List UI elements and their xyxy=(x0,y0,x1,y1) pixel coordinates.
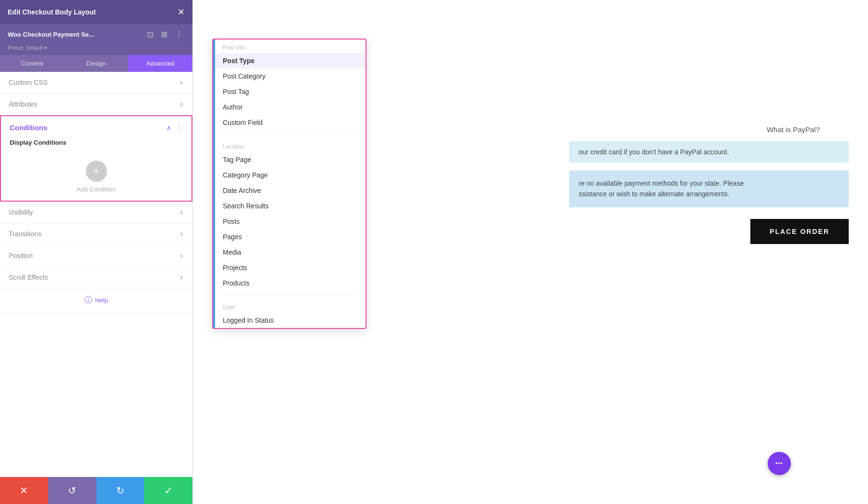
visibility-label: Visibility xyxy=(9,208,33,216)
tab-content[interactable]: Content xyxy=(0,55,64,72)
transitions-section[interactable]: Transitions ∨ xyxy=(0,223,192,245)
custom-css-chevron: ∨ xyxy=(179,79,184,86)
user-category: User xyxy=(213,299,366,313)
scroll-effects-section[interactable]: Scroll Effects ∨ xyxy=(0,267,192,288)
location-category: Location xyxy=(213,138,366,152)
dots-icon: ••• xyxy=(775,460,783,467)
dropdown-item-pages[interactable]: Pages xyxy=(213,229,366,245)
conditions-more-icon[interactable]: ⋮ xyxy=(175,123,183,132)
dropdown-item-post-type[interactable]: Post Type xyxy=(213,53,366,68)
grid-icon: ⊞ xyxy=(161,30,167,39)
transitions-label: Transitions xyxy=(9,230,41,238)
panel-subheader: Woo Checkout Payment Se... ⊡ ⊞ ⋮ xyxy=(0,24,192,45)
position-chevron: ∨ xyxy=(179,252,184,259)
panel-title: Edit Checkout Body Layout xyxy=(8,8,96,16)
grid-icon-btn[interactable]: ⊞ xyxy=(159,29,169,40)
visibility-section[interactable]: Visibility ∨ xyxy=(0,202,192,223)
conditions-header: Conditions ∧ ⋮ xyxy=(1,116,191,137)
scroll-effects-label: Scroll Effects xyxy=(9,273,48,281)
dropdown-item-posts[interactable]: Posts xyxy=(213,214,366,229)
help-label: Help xyxy=(95,297,108,304)
redo-icon: ↻ xyxy=(116,485,124,496)
save-button[interactable]: ✓ xyxy=(144,477,192,504)
warning-box: re no available payment methods for your… xyxy=(569,170,849,207)
add-condition-text: Add Condition xyxy=(77,186,116,193)
custom-css-section[interactable]: Custom CSS ∨ xyxy=(0,72,192,94)
attributes-section[interactable]: Attributes ∨ xyxy=(0,94,192,115)
close-button[interactable]: ✕ xyxy=(177,7,185,17)
preset-label: Preset: Default ▾ xyxy=(0,45,192,55)
display-conditions-label: Display Conditions xyxy=(1,137,191,153)
tab-design[interactable]: Design xyxy=(64,55,128,72)
custom-css-label: Custom CSS xyxy=(9,79,48,86)
divider-1 xyxy=(221,134,358,135)
conditions-title: Conditions xyxy=(10,123,47,132)
conditions-collapse-icon[interactable]: ∧ xyxy=(166,124,171,132)
help-icon: ⓘ xyxy=(84,295,92,305)
position-section[interactable]: Position ∨ xyxy=(0,245,192,267)
redo-button[interactable]: ↻ xyxy=(96,477,145,504)
transitions-chevron: ∨ xyxy=(179,231,184,237)
panel-header: Edit Checkout Body Layout ✕ xyxy=(0,0,192,24)
subheader-icons: ⊡ ⊞ ⋮ xyxy=(145,29,185,40)
add-condition-button[interactable]: + xyxy=(86,161,107,182)
attributes-label: Attributes xyxy=(9,100,37,108)
bottom-toolbar: ✕ ↺ ↻ ✓ xyxy=(0,477,192,504)
responsive-icon: ⊡ xyxy=(147,30,153,39)
attributes-chevron: ∨ xyxy=(179,101,184,108)
help-row[interactable]: ⓘ Help xyxy=(0,288,192,313)
dropdown-item-category-page[interactable]: Category Page xyxy=(213,167,366,183)
save-icon: ✓ xyxy=(164,485,173,496)
dropdown-item-logged-in-status[interactable]: Logged In Status xyxy=(213,313,366,328)
dropdown-item-post-category[interactable]: Post Category xyxy=(213,68,366,84)
conditions-header-icons: ∧ ⋮ xyxy=(166,123,183,132)
post-info-category: Post Info xyxy=(213,40,366,53)
dropdown-item-author[interactable]: Author xyxy=(213,99,366,115)
dropdown-item-projects[interactable]: Projects xyxy=(213,260,366,275)
cancel-icon: ✕ xyxy=(20,485,28,496)
dropdown-item-products[interactable]: Products xyxy=(213,275,366,291)
tab-advanced[interactable]: Advanced xyxy=(128,55,192,72)
dropdown-item-media[interactable]: Media xyxy=(213,245,366,260)
floating-action-button[interactable]: ••• xyxy=(768,452,791,475)
dropdown-item-custom-field[interactable]: Custom Field xyxy=(213,115,366,130)
left-panel: Edit Checkout Body Layout ✕ Woo Checkout… xyxy=(0,0,193,504)
more-options-btn[interactable]: ⋮ xyxy=(173,29,185,40)
plus-icon: + xyxy=(93,165,99,177)
place-order-button[interactable]: PLACE ORDER xyxy=(750,219,849,244)
visibility-chevron: ∨ xyxy=(179,209,184,216)
undo-button[interactable]: ↺ xyxy=(48,477,96,504)
right-area: Post Info Post Type Post Category Post T… xyxy=(193,0,868,504)
conditions-dropdown: Post Info Post Type Post Category Post T… xyxy=(212,39,366,329)
scroll-effects-chevron: ∨ xyxy=(179,274,184,281)
undo-icon: ↺ xyxy=(68,485,76,496)
tabs-row: Content Design Advanced xyxy=(0,55,192,72)
close-icon: ✕ xyxy=(177,7,185,17)
dropdown-item-search-results[interactable]: Search Results xyxy=(213,198,366,214)
more-vert-icon: ⋮ xyxy=(175,30,183,39)
info-box: our credit card if you don't have a PayP… xyxy=(569,141,849,163)
position-label: Position xyxy=(9,252,33,259)
dropdown-item-date-archive[interactable]: Date Archive xyxy=(213,183,366,198)
responsive-icon-btn[interactable]: ⊡ xyxy=(145,29,155,40)
cancel-button[interactable]: ✕ xyxy=(0,477,48,504)
dropdown-item-post-tag[interactable]: Post Tag xyxy=(213,84,366,99)
add-condition-area: + Add Condition xyxy=(1,153,191,201)
dropdown-item-tag-page[interactable]: Tag Page xyxy=(213,152,366,167)
divider-2 xyxy=(221,295,358,295)
module-name: Woo Checkout Payment Se... xyxy=(8,31,140,38)
panel-content: Custom CSS ∨ Attributes ∨ Conditions ∧ ⋮… xyxy=(0,72,192,477)
conditions-section: Conditions ∧ ⋮ Display Conditions + Add … xyxy=(0,115,192,202)
